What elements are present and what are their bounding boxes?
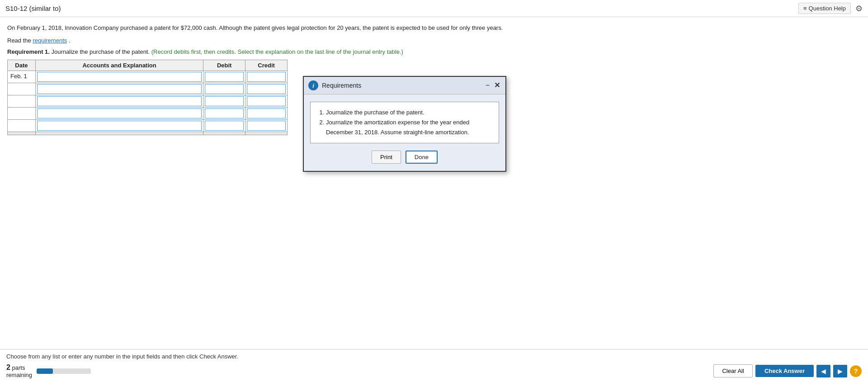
journal-debit-input-1[interactable] bbox=[205, 84, 244, 94]
modal-req-item-1: Journalize the amortization expense for … bbox=[326, 118, 491, 137]
requirement-instruction: Requirement 1. Journalize the purchase o… bbox=[7, 48, 861, 55]
journal-credit-input-2[interactable] bbox=[247, 96, 286, 106]
journal-account-cell-5 bbox=[35, 132, 203, 135]
journal-credit-input-1[interactable] bbox=[247, 84, 286, 94]
journal-table: Date Accounts and Explanation Debit Cred… bbox=[7, 60, 288, 135]
parts-remaining: 2 partsremaining bbox=[6, 363, 32, 378]
modal-controls: − ✕ bbox=[485, 82, 501, 89]
gear-button[interactable]: ⚙ bbox=[855, 4, 863, 14]
question-help-label: Question Help bbox=[809, 5, 846, 12]
journal-debit-cell-1 bbox=[203, 83, 245, 95]
journal-debit-input-0[interactable] bbox=[205, 72, 244, 82]
progress-bar bbox=[37, 368, 91, 374]
journal-account-input-4[interactable] bbox=[37, 121, 202, 131]
page-title: S10-12 (similar to) bbox=[5, 5, 61, 12]
top-bar-right: ≡ Question Help ⚙ bbox=[798, 3, 863, 14]
col-header-date: Date bbox=[8, 60, 36, 71]
gear-icon: ⚙ bbox=[855, 4, 863, 13]
top-bar: S10-12 (similar to) ≡ Question Help ⚙ bbox=[0, 0, 868, 17]
journal-debit-input-4[interactable] bbox=[205, 121, 244, 131]
journal-debit-input-2[interactable] bbox=[205, 96, 244, 106]
journal-credit-input-0[interactable] bbox=[247, 72, 286, 82]
modal-done-button[interactable]: Done bbox=[406, 151, 438, 164]
journal-account-input-0[interactable] bbox=[37, 72, 202, 82]
journal-account-input-2[interactable] bbox=[37, 96, 202, 106]
read-text: Read the bbox=[7, 37, 33, 44]
main-content: On February 1, 2018, Innovation Company … bbox=[0, 17, 868, 349]
description-text: On February 1, 2018, Innovation Company … bbox=[7, 24, 503, 31]
description: On February 1, 2018, Innovation Company … bbox=[7, 24, 861, 33]
journal-date-cell-2 bbox=[8, 95, 36, 108]
modal-close-button[interactable]: ✕ bbox=[493, 82, 501, 89]
bottom-controls: 2 partsremaining Clear All Check Answer … bbox=[6, 363, 862, 378]
journal-debit-cell-4 bbox=[203, 120, 245, 132]
col-header-debit: Debit bbox=[203, 60, 245, 71]
next-arrow-button[interactable]: ▶ bbox=[833, 365, 847, 377]
bottom-right: Clear All Check Answer ◀ ▶ ? bbox=[713, 364, 862, 377]
modal-title: Requirements bbox=[322, 82, 361, 89]
col-header-account: Accounts and Explanation bbox=[35, 60, 203, 71]
journal-debit-cell-5 bbox=[203, 132, 245, 135]
requirements-modal: i Requirements − ✕ Journalize the purcha… bbox=[303, 76, 506, 172]
list-icon: ≡ bbox=[803, 5, 807, 12]
journal-credit-input-4[interactable] bbox=[247, 121, 286, 131]
bottom-instruction: Choose from any list or enter any number… bbox=[6, 353, 862, 360]
modal-footer: Print Done bbox=[310, 151, 499, 164]
modal-body: Journalize the purchase of the patent.Jo… bbox=[304, 94, 505, 171]
col-header-credit: Credit bbox=[245, 60, 288, 71]
journal-date-cell-1 bbox=[8, 83, 36, 95]
req-label: Requirement 1. bbox=[7, 48, 50, 55]
journal-date-cell-4 bbox=[8, 120, 36, 132]
prev-arrow-button[interactable]: ◀ bbox=[816, 365, 830, 377]
journal-debit-input-3[interactable] bbox=[205, 108, 244, 118]
journal-debit-cell-0 bbox=[203, 71, 245, 83]
check-answer-button[interactable]: Check Answer bbox=[755, 365, 814, 377]
bottom-left: 2 partsremaining bbox=[6, 363, 91, 378]
req-main-text: Journalize the purchase of the patent. bbox=[52, 48, 150, 55]
parts-count: 2 bbox=[6, 363, 10, 371]
parts-label: partsremaining bbox=[6, 364, 32, 378]
journal-account-input-1[interactable] bbox=[37, 84, 202, 94]
bottom-bar: Choose from any list or enter any number… bbox=[0, 349, 868, 382]
info-icon: i bbox=[308, 80, 318, 90]
modal-requirements-box: Journalize the purchase of the patent.Jo… bbox=[310, 102, 499, 143]
journal-debit-cell-3 bbox=[203, 108, 245, 120]
period: . bbox=[69, 37, 71, 44]
journal-account-cell-1 bbox=[35, 83, 203, 95]
journal-date-cell-0: Feb. 1 bbox=[8, 71, 36, 83]
modal-print-button[interactable]: Print bbox=[372, 151, 401, 164]
journal-date-cell-3 bbox=[8, 108, 36, 120]
journal-credit-cell-1 bbox=[245, 83, 288, 95]
clear-all-button[interactable]: Clear All bbox=[713, 364, 752, 377]
journal-credit-cell-3 bbox=[245, 108, 288, 120]
requirements-link[interactable]: requirements bbox=[33, 37, 67, 44]
journal-account-cell-4 bbox=[35, 120, 203, 132]
journal-account-input-3[interactable] bbox=[37, 108, 202, 118]
journal-credit-cell-2 bbox=[245, 95, 288, 108]
question-help-button[interactable]: ≡ Question Help bbox=[798, 3, 851, 14]
progress-bar-fill bbox=[37, 368, 53, 374]
journal-account-cell-2 bbox=[35, 95, 203, 108]
journal-date-cell-5 bbox=[8, 132, 36, 135]
modal-req-item-0: Journalize the purchase of the patent. bbox=[326, 108, 491, 118]
journal-credit-cell-5 bbox=[245, 132, 288, 135]
requirements-read: Read the requirements . bbox=[7, 36, 861, 45]
journal-credit-cell-4 bbox=[245, 120, 288, 132]
modal-minimize-button[interactable]: − bbox=[485, 82, 491, 89]
journal-credit-input-3[interactable] bbox=[247, 108, 286, 118]
req-green-text: (Record debits first, then credits. Sele… bbox=[151, 48, 403, 55]
help-circle[interactable]: ? bbox=[850, 365, 862, 377]
journal-credit-cell-0 bbox=[245, 71, 288, 83]
modal-req-list: Journalize the purchase of the patent.Jo… bbox=[318, 108, 491, 137]
modal-header: i Requirements − ✕ bbox=[304, 77, 505, 94]
modal-header-left: i Requirements bbox=[308, 80, 361, 90]
journal-account-cell-0 bbox=[35, 71, 203, 83]
journal-debit-cell-2 bbox=[203, 95, 245, 108]
journal-account-cell-3 bbox=[35, 108, 203, 120]
